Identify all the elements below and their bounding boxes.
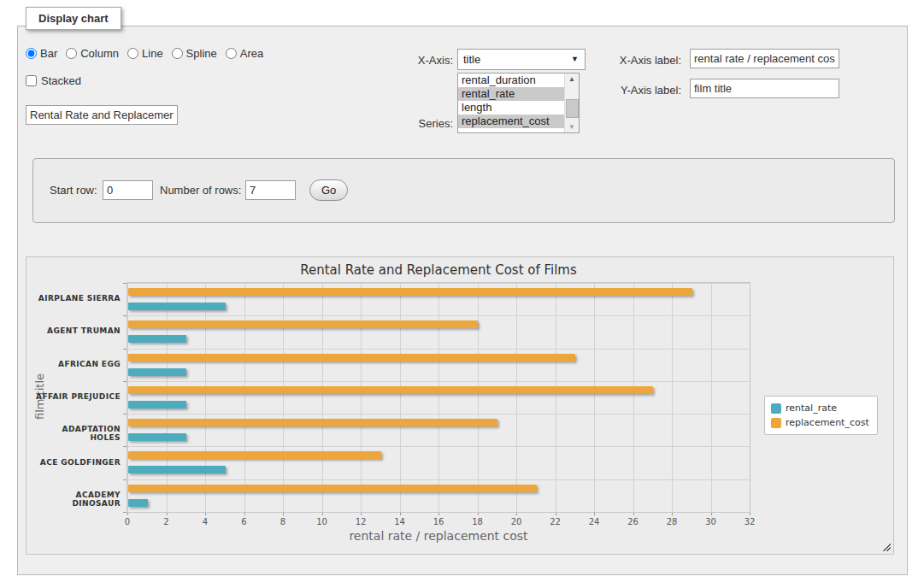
category-label: ACE GOLDFINGER: [32, 458, 121, 467]
stacked-checkbox[interactable]: [26, 75, 37, 86]
radio-option-area[interactable]: Area: [226, 47, 263, 60]
x-tick-label: 26: [618, 517, 649, 526]
chart-container: Rental Rate and Replacement Cost of Film…: [26, 256, 894, 555]
bar-replacement_cost[interactable]: [128, 320, 478, 328]
radio-option-column[interactable]: Column: [66, 47, 119, 60]
radio-option-bar[interactable]: Bar: [26, 47, 57, 60]
x-tick-label: 18: [462, 517, 493, 526]
x-tick-label: 10: [307, 517, 338, 526]
category-label: ACADEMY DINOSAUR: [32, 491, 121, 508]
series-option-replacement_cost[interactable]: replacement_cost: [458, 115, 565, 128]
category-label: AFRICAN EGG: [32, 360, 121, 368]
listbox-scrollbar[interactable]: ▲ ▼: [564, 73, 579, 132]
bar-rental_rate[interactable]: [128, 368, 186, 376]
category-label: ADAPTATION HOLES: [32, 425, 121, 442]
x-tick-label: 20: [501, 517, 532, 526]
chart-type-radio-group: BarColumnLineSplineArea: [26, 47, 272, 60]
radio-label: Area: [240, 47, 263, 60]
x-tick-label: 12: [345, 517, 376, 526]
x-axis-title: rental rate / replacement cost: [127, 529, 750, 543]
fieldset-legend: Display chart: [26, 7, 121, 30]
radio-label: Bar: [40, 47, 57, 60]
bar-rental_rate[interactable]: [128, 433, 186, 441]
radio-option-spline[interactable]: Spline: [172, 47, 217, 60]
radio-option-line[interactable]: Line: [127, 47, 163, 60]
chart-legend: rental_ratereplacement_cost: [764, 396, 878, 435]
radio-line[interactable]: [127, 48, 138, 59]
chevron-down-icon: ▼: [571, 50, 579, 69]
scrollbar-thumb[interactable]: [566, 99, 579, 118]
x-tick-label: 30: [696, 517, 727, 526]
x-tick-label: 16: [423, 517, 454, 526]
x-tick-label: 4: [190, 517, 221, 526]
number-of-rows-input[interactable]: [245, 180, 296, 200]
series-items: rental_durationrental_ratelengthreplacem…: [458, 73, 579, 128]
category-label: AIRPLANE SIERRA: [32, 294, 121, 303]
bar-replacement_cost[interactable]: [128, 288, 692, 296]
go-button[interactable]: Go: [309, 179, 348, 201]
plot-border: [127, 282, 750, 513]
legend-label: rental_rate: [781, 403, 837, 414]
y-axis-label-input[interactable]: [690, 79, 839, 98]
bar-replacement_cost[interactable]: [128, 485, 537, 492]
chart-title-input[interactable]: [26, 105, 178, 125]
x-axis-select[interactable]: title ▼: [457, 49, 586, 70]
bar-rental_rate[interactable]: [128, 303, 226, 310]
category-label: AGENT TRUMAN: [32, 326, 121, 335]
bar-rental_rate[interactable]: [128, 499, 148, 507]
x-axis-selected-value: title: [458, 53, 480, 66]
number-of-rows-label: Number of rows:: [160, 184, 244, 197]
radio-bar[interactable]: [26, 48, 37, 59]
chart-title: Rental Rate and Replacement Cost of Film…: [127, 262, 750, 278]
radio-label: Column: [80, 47, 119, 60]
stacked-label[interactable]: Stacked: [26, 74, 81, 87]
x-tick-label: 8: [268, 517, 298, 526]
x-axis-label-input[interactable]: [690, 49, 839, 68]
scroll-up-icon[interactable]: ▲: [565, 75, 579, 83]
stacked-row: Stacked: [26, 74, 81, 87]
category-label: AFFAIR PREJUDICE: [32, 392, 121, 401]
x-tick-label: 14: [385, 517, 415, 526]
x-tick-label: 0: [112, 517, 143, 526]
bar-rental_rate[interactable]: [128, 466, 226, 473]
radio-column[interactable]: [66, 48, 77, 59]
bar-replacement_cost[interactable]: [128, 354, 575, 362]
series-option-rental_rate[interactable]: rental_rate: [458, 87, 565, 101]
x-axis-label-label: X-Axis label:: [598, 54, 681, 67]
scroll-down-icon[interactable]: ▼: [565, 123, 579, 131]
x-tick-label: 28: [656, 517, 687, 526]
start-row-input[interactable]: [103, 180, 153, 200]
x-tick-label: 32: [734, 517, 765, 526]
bar-replacement_cost[interactable]: [128, 419, 497, 426]
series-option-length[interactable]: length: [458, 101, 565, 115]
series-option-rental_duration[interactable]: rental_duration: [458, 73, 565, 87]
start-row-label: Start row:: [50, 184, 103, 197]
series-select-label: Series:: [385, 117, 453, 130]
legend-item-rental_rate[interactable]: rental_rate: [771, 401, 869, 415]
bar-rental_rate[interactable]: [128, 401, 186, 409]
resize-handle-icon[interactable]: [881, 542, 891, 551]
y-axis-label-label: Y-Axis label:: [598, 84, 681, 97]
series-listbox[interactable]: rental_durationrental_ratelengthreplacem…: [457, 73, 580, 133]
radio-area[interactable]: [226, 48, 237, 59]
bar-replacement_cost[interactable]: [128, 451, 381, 459]
page: Display chart BarColumnLineSplineArea St…: [0, 0, 924, 582]
x-tick-label: 24: [579, 517, 609, 526]
legend-item-replacement_cost[interactable]: replacement_cost: [771, 415, 869, 430]
radio-spline[interactable]: [172, 48, 183, 59]
bar-rental_rate[interactable]: [128, 335, 186, 343]
legend-label: replacement_cost: [781, 417, 869, 428]
x-tick-label: 2: [151, 517, 182, 526]
bar-replacement_cost[interactable]: [128, 386, 653, 394]
x-tick-label: 6: [229, 517, 260, 526]
x-tick-label: 22: [540, 517, 571, 526]
radio-label: Spline: [186, 47, 217, 60]
row-range-panel: Start row: Number of rows: Go: [32, 158, 895, 223]
radio-label: Line: [142, 47, 163, 60]
legend-swatch-icon: [771, 418, 781, 428]
x-axis-select-label: X-Axis:: [385, 54, 453, 67]
legend-swatch-icon: [771, 403, 781, 414]
